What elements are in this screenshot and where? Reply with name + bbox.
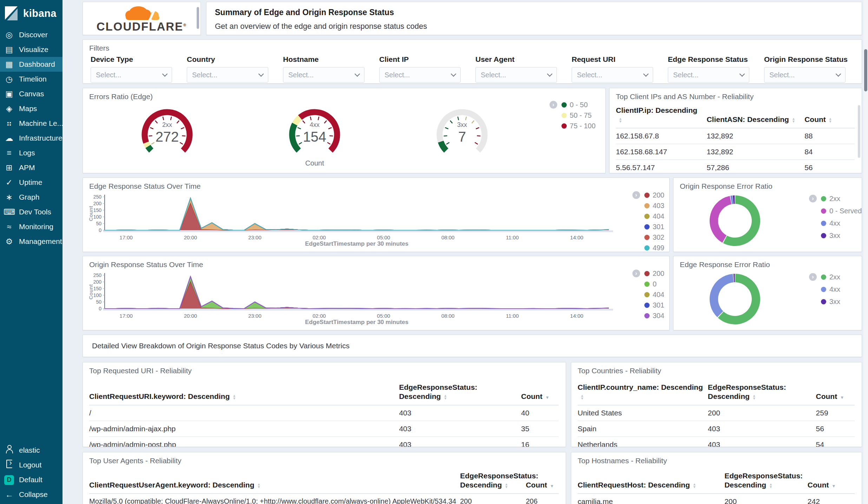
panel-edge-error-ratio: Edge Response Error Ratio ›2xx4xx3xx [673, 256, 862, 330]
svg-text:EdgeStartTimestamp per 30 minu: EdgeStartTimestamp per 30 minutes [305, 240, 408, 247]
column-header-clientip-country-name-descending[interactable]: ClientIP.country_name: Descending▲▼ [578, 381, 708, 405]
column-header-edgeresponsestatus-descending[interactable]: EdgeResponseStatus: Descending▲▼ [708, 381, 816, 405]
page-scrollbar[interactable] [863, 0, 868, 504]
sidebar-item-timelion[interactable]: ◷Timelion [0, 72, 63, 86]
column-header-clientrequesturi-keyword-descending[interactable]: ClientRequestURI.keyword: Descending▲▼ [89, 381, 399, 405]
legend-item-302[interactable]: 302 [633, 233, 664, 241]
column-header-edgeresponsestatus-descending[interactable]: EdgeResponseStatus: Descending▲▼ [724, 469, 808, 493]
legend-expand-icon[interactable]: › [632, 191, 640, 199]
page-scrollbar-thumb[interactable] [864, 49, 867, 91]
sidebar-item-default[interactable]: DDefault [0, 472, 63, 487]
legend-item-3xx[interactable]: 3xx [810, 232, 868, 240]
sidebar-item-logout[interactable]: Logout [0, 458, 63, 472]
chevron-down-icon [836, 71, 841, 77]
gauge-3xx: 3xx7 [430, 102, 494, 155]
filter-select-origin-response-status[interactable]: Select... [764, 67, 846, 83]
column-header-count[interactable]: Count▼ [816, 381, 855, 405]
sidebar-item-management[interactable]: ⚙Management [0, 234, 63, 249]
filter-select-hostname[interactable]: Select... [283, 67, 364, 83]
sidebar-item-collapse[interactable]: ←Collapse [0, 487, 63, 502]
svg-text:11:00: 11:00 [506, 313, 519, 319]
filter-select-edge-response-status[interactable]: Select... [668, 67, 749, 83]
legend-item-0-served-fr[interactable]: 0 - Served fr... [810, 207, 868, 215]
table-cell: 200 [724, 493, 808, 504]
legend-color-dot [644, 235, 650, 240]
sidebar-item-monitoring[interactable]: ≈Monitoring [0, 219, 63, 234]
legend-item-200[interactable]: ›200 [633, 191, 664, 199]
legend-expand-icon[interactable]: › [550, 101, 557, 109]
gauge-2xx: 2xx272 [136, 102, 199, 155]
logo-panel-scrollbar[interactable] [197, 7, 199, 29]
column-header-edgeresponsestatus-descending[interactable]: EdgeResponseStatus: Descending▲▼ [399, 381, 521, 405]
column-header-count[interactable]: Count▼ [808, 469, 855, 493]
column-header-clientrequesthost-descending[interactable]: ClientRequestHost: Descending▲▼ [578, 469, 724, 493]
legend-item-403[interactable]: 403 [633, 202, 664, 210]
client-ips-scrollbar[interactable] [858, 105, 860, 158]
sort-icon: ▼ [545, 395, 550, 400]
filter-group-device-type: Device TypeSelect... [91, 55, 172, 83]
column-label: ClientRequestURI.keyword: Descending [89, 392, 230, 400]
filter-select-country[interactable]: Select... [187, 67, 268, 83]
filter-select-request-uri[interactable]: Select... [572, 67, 653, 83]
svg-text:250: 250 [93, 194, 102, 200]
legend-item-499[interactable]: 499 [633, 244, 664, 252]
filter-label-country: Country [187, 55, 268, 64]
legend-item-3xx[interactable]: 3xx [810, 298, 840, 306]
kibana-brand[interactable]: kibana [0, 0, 63, 25]
table-row: 5.56.57.14757,28656 [616, 160, 855, 173]
table-cell: /wp-admin/admin-ajax.php [89, 421, 399, 437]
filters-title: Filters [89, 44, 109, 52]
sidebar-item-infrastructure[interactable]: ☁Infrastructure [0, 131, 63, 146]
canvas-frame-icon: ▣ [4, 89, 15, 99]
sidebar-item-canvas[interactable]: ▣Canvas [0, 86, 63, 101]
legend-item-304[interactable]: 304 [633, 312, 664, 320]
column-header-clientip-ip-descending[interactable]: ClientIP.ip: Descending▲▼ [616, 104, 706, 128]
legend-item-2xx[interactable]: ›2xx [810, 195, 868, 203]
sidebar-item-logs[interactable]: ≡Logs [0, 146, 63, 160]
legend-item-0[interactable]: 0 [633, 280, 664, 288]
filter-select-user-agent[interactable]: Select... [475, 67, 557, 83]
legend-item-301[interactable]: 301 [633, 223, 664, 231]
sidebar-item-apm[interactable]: ⊞APM [0, 160, 63, 175]
column-header-clientrequestuseragent-keyword-descending[interactable]: ClientRequestUserAgent.keyword: Descendi… [89, 469, 460, 493]
legend-item-0-50[interactable]: ›0 - 50 [550, 101, 596, 109]
legend-item-404[interactable]: 404 [633, 212, 664, 220]
filter-select-client-ip[interactable]: Select... [379, 67, 461, 83]
sort-icon: ▲▼ [257, 483, 261, 489]
sidebar-item-discover[interactable]: ◎Discover [0, 27, 63, 42]
column-header-count[interactable]: Count▼ [521, 381, 559, 405]
column-label: EdgeResponseStatus: Descending [724, 472, 803, 489]
legend-color-dot [644, 203, 650, 208]
wrench-icon: ⌨ [4, 207, 15, 217]
panel-markdown-note: Detailed View Breakdown of Origin Respon… [83, 335, 862, 357]
legend-expand-icon[interactable]: › [632, 270, 640, 277]
legend-item-404[interactable]: 404 [633, 291, 664, 299]
legend-item-4xx[interactable]: 4xx [810, 219, 868, 227]
panel-title: Edge Response Status Over Time [89, 182, 201, 190]
cloud-infrastructure-icon: ☁ [4, 134, 15, 143]
legend-item-200[interactable]: ›200 [633, 270, 664, 278]
column-header-clientasn-descending[interactable]: ClientASN: Descending▲▼ [706, 104, 804, 128]
legend-item-301[interactable]: 301 [633, 301, 664, 309]
sidebar-item-dashboard[interactable]: ▦Dashboard [0, 57, 63, 72]
sidebar-item-elastic[interactable]: elastic [0, 443, 63, 458]
legend-item-50-75[interactable]: 50 - 75 [550, 111, 596, 119]
sidebar-item-maps[interactable]: ◈Maps [0, 101, 63, 116]
filter-group-user-agent: User AgentSelect... [475, 55, 557, 83]
sidebar-item-machine-learning[interactable]: ⠶Machine Le... [0, 116, 63, 131]
filter-select-device-type[interactable]: Select... [91, 67, 172, 83]
sidebar-item-dev-tools[interactable]: ⌨Dev Tools [0, 205, 63, 219]
column-header-edgeresponsestatus-descending[interactable]: EdgeResponseStatus: Descending▲▼ [460, 469, 526, 493]
panel-cloudflare-logo: CLOUDFLARE® [83, 2, 201, 35]
column-header-count[interactable]: Count▲▼ [804, 104, 855, 128]
legend-expand-icon[interactable]: › [809, 195, 817, 202]
sidebar-item-visualize[interactable]: ▤Visualize [0, 42, 63, 57]
legend-item-4xx[interactable]: 4xx [810, 285, 840, 293]
legend-expand-icon[interactable]: › [809, 273, 817, 281]
table-cell: 162.158.67.8 [616, 128, 706, 144]
sidebar-item-uptime[interactable]: ✓Uptime [0, 175, 63, 190]
legend-item-2xx[interactable]: ›2xx [810, 273, 840, 281]
legend-label: 200 [653, 270, 664, 278]
legend-item-75-100[interactable]: 75 - 100 [550, 122, 596, 130]
sidebar-item-graph[interactable]: ∗Graph [0, 190, 63, 205]
